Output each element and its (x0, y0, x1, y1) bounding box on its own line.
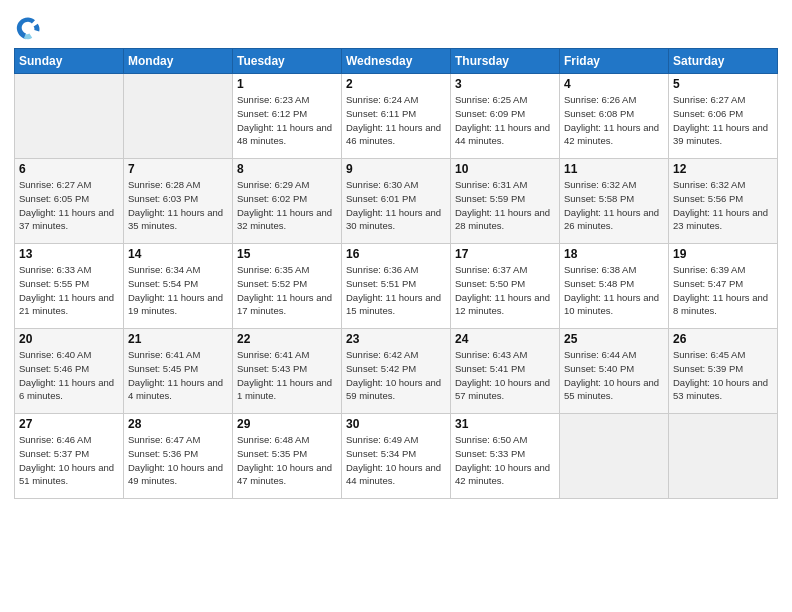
weekday-header: Thursday (451, 49, 560, 74)
calendar-week-row: 6Sunrise: 6:27 AMSunset: 6:05 PMDaylight… (15, 159, 778, 244)
calendar-cell: 29Sunrise: 6:48 AMSunset: 5:35 PMDayligh… (233, 414, 342, 499)
day-number: 13 (19, 247, 119, 261)
day-info: Sunrise: 6:42 AMSunset: 5:42 PMDaylight:… (346, 348, 446, 403)
day-number: 12 (673, 162, 773, 176)
day-number: 19 (673, 247, 773, 261)
calendar-week-row: 1Sunrise: 6:23 AMSunset: 6:12 PMDaylight… (15, 74, 778, 159)
calendar: SundayMondayTuesdayWednesdayThursdayFrid… (14, 48, 778, 499)
calendar-cell: 26Sunrise: 6:45 AMSunset: 5:39 PMDayligh… (669, 329, 778, 414)
weekday-header: Wednesday (342, 49, 451, 74)
day-number: 30 (346, 417, 446, 431)
calendar-cell: 22Sunrise: 6:41 AMSunset: 5:43 PMDayligh… (233, 329, 342, 414)
day-number: 2 (346, 77, 446, 91)
calendar-cell: 30Sunrise: 6:49 AMSunset: 5:34 PMDayligh… (342, 414, 451, 499)
calendar-header-row: SundayMondayTuesdayWednesdayThursdayFrid… (15, 49, 778, 74)
day-number: 10 (455, 162, 555, 176)
calendar-cell: 12Sunrise: 6:32 AMSunset: 5:56 PMDayligh… (669, 159, 778, 244)
day-info: Sunrise: 6:32 AMSunset: 5:56 PMDaylight:… (673, 178, 773, 233)
day-number: 16 (346, 247, 446, 261)
calendar-cell: 2Sunrise: 6:24 AMSunset: 6:11 PMDaylight… (342, 74, 451, 159)
logo-icon (14, 14, 42, 42)
day-info: Sunrise: 6:40 AMSunset: 5:46 PMDaylight:… (19, 348, 119, 403)
day-number: 11 (564, 162, 664, 176)
header (14, 10, 778, 42)
day-info: Sunrise: 6:27 AMSunset: 6:05 PMDaylight:… (19, 178, 119, 233)
calendar-cell: 27Sunrise: 6:46 AMSunset: 5:37 PMDayligh… (15, 414, 124, 499)
day-info: Sunrise: 6:39 AMSunset: 5:47 PMDaylight:… (673, 263, 773, 318)
day-info: Sunrise: 6:41 AMSunset: 5:45 PMDaylight:… (128, 348, 228, 403)
calendar-cell: 17Sunrise: 6:37 AMSunset: 5:50 PMDayligh… (451, 244, 560, 329)
day-number: 23 (346, 332, 446, 346)
day-info: Sunrise: 6:34 AMSunset: 5:54 PMDaylight:… (128, 263, 228, 318)
calendar-cell: 28Sunrise: 6:47 AMSunset: 5:36 PMDayligh… (124, 414, 233, 499)
calendar-cell: 14Sunrise: 6:34 AMSunset: 5:54 PMDayligh… (124, 244, 233, 329)
calendar-cell: 8Sunrise: 6:29 AMSunset: 6:02 PMDaylight… (233, 159, 342, 244)
calendar-cell: 18Sunrise: 6:38 AMSunset: 5:48 PMDayligh… (560, 244, 669, 329)
day-number: 9 (346, 162, 446, 176)
calendar-cell: 20Sunrise: 6:40 AMSunset: 5:46 PMDayligh… (15, 329, 124, 414)
day-info: Sunrise: 6:24 AMSunset: 6:11 PMDaylight:… (346, 93, 446, 148)
day-number: 20 (19, 332, 119, 346)
calendar-cell: 23Sunrise: 6:42 AMSunset: 5:42 PMDayligh… (342, 329, 451, 414)
day-number: 24 (455, 332, 555, 346)
day-number: 25 (564, 332, 664, 346)
calendar-cell: 6Sunrise: 6:27 AMSunset: 6:05 PMDaylight… (15, 159, 124, 244)
day-number: 28 (128, 417, 228, 431)
calendar-cell: 3Sunrise: 6:25 AMSunset: 6:09 PMDaylight… (451, 74, 560, 159)
calendar-cell (669, 414, 778, 499)
calendar-week-row: 27Sunrise: 6:46 AMSunset: 5:37 PMDayligh… (15, 414, 778, 499)
day-info: Sunrise: 6:35 AMSunset: 5:52 PMDaylight:… (237, 263, 337, 318)
day-number: 14 (128, 247, 228, 261)
day-number: 7 (128, 162, 228, 176)
calendar-cell: 19Sunrise: 6:39 AMSunset: 5:47 PMDayligh… (669, 244, 778, 329)
calendar-cell: 16Sunrise: 6:36 AMSunset: 5:51 PMDayligh… (342, 244, 451, 329)
day-number: 8 (237, 162, 337, 176)
calendar-cell (124, 74, 233, 159)
day-number: 22 (237, 332, 337, 346)
day-number: 15 (237, 247, 337, 261)
calendar-cell: 7Sunrise: 6:28 AMSunset: 6:03 PMDaylight… (124, 159, 233, 244)
day-info: Sunrise: 6:31 AMSunset: 5:59 PMDaylight:… (455, 178, 555, 233)
calendar-cell: 11Sunrise: 6:32 AMSunset: 5:58 PMDayligh… (560, 159, 669, 244)
day-info: Sunrise: 6:28 AMSunset: 6:03 PMDaylight:… (128, 178, 228, 233)
day-number: 27 (19, 417, 119, 431)
calendar-cell: 10Sunrise: 6:31 AMSunset: 5:59 PMDayligh… (451, 159, 560, 244)
calendar-cell: 4Sunrise: 6:26 AMSunset: 6:08 PMDaylight… (560, 74, 669, 159)
calendar-cell: 13Sunrise: 6:33 AMSunset: 5:55 PMDayligh… (15, 244, 124, 329)
day-number: 5 (673, 77, 773, 91)
day-info: Sunrise: 6:48 AMSunset: 5:35 PMDaylight:… (237, 433, 337, 488)
day-number: 6 (19, 162, 119, 176)
weekday-header: Saturday (669, 49, 778, 74)
day-number: 1 (237, 77, 337, 91)
day-number: 4 (564, 77, 664, 91)
day-info: Sunrise: 6:36 AMSunset: 5:51 PMDaylight:… (346, 263, 446, 318)
calendar-cell: 5Sunrise: 6:27 AMSunset: 6:06 PMDaylight… (669, 74, 778, 159)
day-info: Sunrise: 6:29 AMSunset: 6:02 PMDaylight:… (237, 178, 337, 233)
calendar-week-row: 13Sunrise: 6:33 AMSunset: 5:55 PMDayligh… (15, 244, 778, 329)
logo (14, 14, 46, 42)
calendar-cell: 9Sunrise: 6:30 AMSunset: 6:01 PMDaylight… (342, 159, 451, 244)
day-number: 29 (237, 417, 337, 431)
weekday-header: Tuesday (233, 49, 342, 74)
day-info: Sunrise: 6:50 AMSunset: 5:33 PMDaylight:… (455, 433, 555, 488)
calendar-cell: 21Sunrise: 6:41 AMSunset: 5:45 PMDayligh… (124, 329, 233, 414)
day-info: Sunrise: 6:46 AMSunset: 5:37 PMDaylight:… (19, 433, 119, 488)
day-number: 18 (564, 247, 664, 261)
calendar-cell: 15Sunrise: 6:35 AMSunset: 5:52 PMDayligh… (233, 244, 342, 329)
day-number: 3 (455, 77, 555, 91)
calendar-cell: 25Sunrise: 6:44 AMSunset: 5:40 PMDayligh… (560, 329, 669, 414)
day-info: Sunrise: 6:47 AMSunset: 5:36 PMDaylight:… (128, 433, 228, 488)
day-info: Sunrise: 6:45 AMSunset: 5:39 PMDaylight:… (673, 348, 773, 403)
weekday-header: Sunday (15, 49, 124, 74)
day-number: 26 (673, 332, 773, 346)
day-info: Sunrise: 6:41 AMSunset: 5:43 PMDaylight:… (237, 348, 337, 403)
weekday-header: Monday (124, 49, 233, 74)
day-number: 31 (455, 417, 555, 431)
calendar-cell (560, 414, 669, 499)
page: SundayMondayTuesdayWednesdayThursdayFrid… (0, 0, 792, 612)
calendar-cell: 31Sunrise: 6:50 AMSunset: 5:33 PMDayligh… (451, 414, 560, 499)
day-info: Sunrise: 6:38 AMSunset: 5:48 PMDaylight:… (564, 263, 664, 318)
day-info: Sunrise: 6:49 AMSunset: 5:34 PMDaylight:… (346, 433, 446, 488)
day-info: Sunrise: 6:33 AMSunset: 5:55 PMDaylight:… (19, 263, 119, 318)
day-info: Sunrise: 6:30 AMSunset: 6:01 PMDaylight:… (346, 178, 446, 233)
